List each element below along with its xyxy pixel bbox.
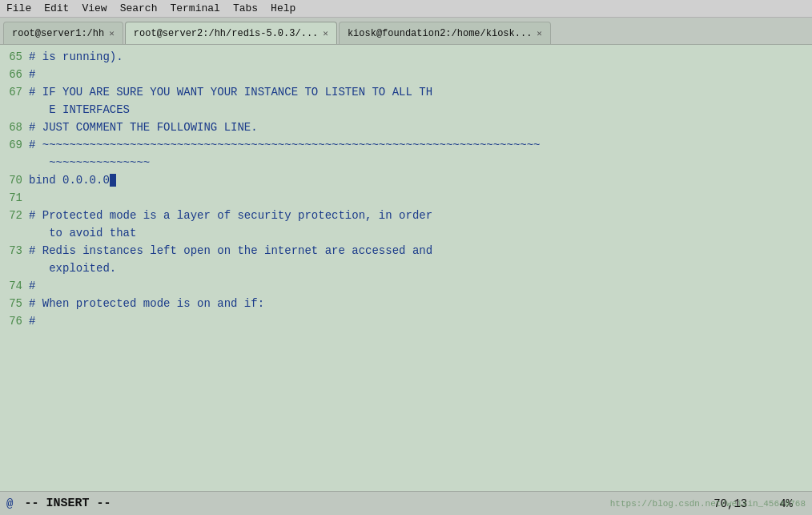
line-68: 68 # JUST COMMENT THE FOLLOWING LINE. (0, 119, 812, 136)
line-65: 65 # is running). (0, 48, 812, 66)
watermark: https://blog.csdn.net/weixin_45649768 (610, 499, 806, 509)
tab-label-2: root@server2:/hh/redis-5.0.3/... (134, 28, 318, 39)
at-symbol: @ (6, 497, 13, 510)
line-72: 72 # Protected mode is a layer of securi… (0, 207, 812, 224)
line-73-cont: exploited. (0, 260, 812, 277)
menu-terminal[interactable]: Terminal (170, 2, 219, 14)
tab-close-2[interactable]: ✕ (323, 28, 328, 38)
terminal-window: File Edit View Search Terminal Tabs Help… (0, 0, 812, 515)
menu-edit[interactable]: Edit (44, 2, 69, 14)
line-71: 71 (0, 189, 812, 207)
menu-file[interactable]: File (6, 2, 31, 14)
line-73: 73 # Redis instances left open on the in… (0, 242, 812, 260)
code-content: 65 # is running). 66 # 67 # IF YOU ARE S… (0, 45, 812, 491)
line-67-cont: E INTERFACES (0, 101, 812, 119)
line-67: 67 # IF YOU ARE SURE YOU WANT YOUR INSTA… (0, 83, 812, 101)
line-72-cont: to avoid that (0, 224, 812, 242)
tab-close-1[interactable]: ✕ (109, 28, 115, 38)
menu-bar: File Edit View Search Terminal Tabs Help (0, 0, 812, 18)
line-69: 69 # ~~~~~~~~~~~~~~~~~~~~~~~~~~~~~~~~~~~… (0, 136, 812, 154)
tab-kiosk[interactable]: kiosk@foundation2:/home/kiosk... ✕ (339, 22, 551, 44)
editor-area: 65 # is running). 66 # 67 # IF YOU ARE S… (0, 45, 812, 491)
tab-label-3: kiosk@foundation2:/home/kiosk... (348, 28, 532, 39)
menu-view[interactable]: View (82, 2, 107, 14)
menu-search[interactable]: Search (120, 2, 158, 14)
tab-label-1: root@server1:/hh (12, 28, 104, 39)
line-75: 75 # When protected mode is on and if: (0, 295, 812, 312)
line-70: 70 bind 0.0.0.0 (0, 171, 812, 189)
menu-tabs[interactable]: Tabs (233, 2, 258, 14)
line-66: 66 # (0, 66, 812, 83)
line-69-cont: ~~~~~~~~~~~~~~~ (0, 154, 812, 171)
tab-close-3[interactable]: ✕ (537, 28, 542, 38)
cursor (110, 174, 116, 187)
tab-bar: root@server1:/hh ✕ root@server2:/hh/redi… (0, 18, 812, 45)
tab-server2[interactable]: root@server2:/hh/redis-5.0.3/... ✕ (125, 22, 337, 44)
tab-server1[interactable]: root@server1:/hh ✕ (3, 22, 123, 44)
menu-help[interactable]: Help (271, 2, 295, 14)
line-74: 74 # (0, 277, 812, 295)
line-76: 76 # (0, 312, 812, 330)
